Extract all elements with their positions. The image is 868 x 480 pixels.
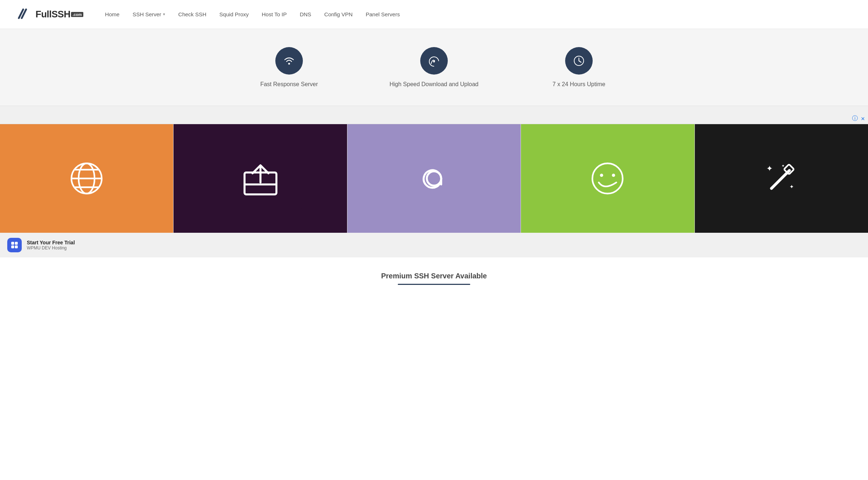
nav-dns[interactable]: DNS: [300, 11, 311, 17]
upload-box-icon: [241, 160, 280, 197]
svg-rect-25: [15, 242, 18, 245]
uptime-icon-circle: [565, 47, 593, 75]
svg-point-17: [600, 174, 604, 177]
feature-fast-response-label: Fast Response Server: [260, 81, 318, 88]
globe-icon: [67, 159, 107, 198]
svg-line-5: [579, 61, 581, 62]
logo-icon: [17, 8, 33, 21]
chevron-down-icon: ▾: [163, 12, 165, 17]
banner-section: ⓘ ✕: [0, 106, 868, 257]
svg-rect-24: [11, 242, 14, 245]
features-section: Fast Response Server High Speed Download…: [0, 29, 868, 106]
feature-high-speed: High Speed Download and Upload: [362, 47, 506, 88]
fast-response-icon-circle: [275, 47, 303, 75]
ad-card-upload[interactable]: [174, 124, 347, 233]
high-speed-icon-circle: [420, 47, 448, 75]
svg-point-16: [593, 163, 623, 194]
nav-home[interactable]: Home: [105, 11, 120, 17]
site-header: FullSSH.com Home SSH Server ▾ Check SSH …: [0, 0, 868, 29]
ad-cards-row: ✦ ✦ ✦: [0, 124, 868, 233]
main-nav: Home SSH Server ▾ Check SSH Squid Proxy …: [105, 11, 400, 17]
premium-title: Premium SSH Server Available: [381, 272, 487, 280]
wpmu-icon: [10, 241, 19, 249]
feature-fast-response: Fast Response Server: [217, 47, 362, 88]
feature-high-speed-label: High Speed Download and Upload: [389, 81, 479, 88]
feature-uptime-label: 7 x 24 Hours Uptime: [552, 81, 605, 88]
svg-text:✦: ✦: [781, 164, 785, 168]
svg-rect-26: [11, 245, 14, 248]
svg-text:✦: ✦: [766, 164, 773, 173]
feature-uptime: 7 x 24 Hours Uptime: [506, 47, 651, 88]
nav-check-ssh[interactable]: Check SSH: [178, 11, 206, 17]
nav-ssh-server[interactable]: SSH Server ▾: [133, 11, 165, 17]
ad-app-icon: [7, 238, 22, 252]
magic-wand-icon: ✦ ✦ ✦: [761, 159, 801, 198]
svg-point-18: [612, 174, 615, 177]
ad-app-text: Start Your Free Trial WPMU DEV Hosting: [27, 240, 75, 250]
svg-point-0: [288, 63, 290, 65]
premium-underline: [398, 284, 470, 285]
ad-info-icons: ⓘ ✕: [852, 115, 865, 122]
premium-section: Premium SSH Server Available: [0, 257, 868, 289]
ad-close-icon[interactable]: ✕: [861, 116, 865, 122]
ad-card-magic[interactable]: ✦ ✦ ✦: [695, 124, 868, 233]
wifi-icon: [283, 54, 296, 67]
ad-bottom-bar: Start Your Free Trial WPMU DEV Hosting: [0, 233, 868, 257]
speedometer-icon: [427, 54, 441, 67]
ad-info-icon[interactable]: ⓘ: [852, 115, 858, 122]
svg-rect-27: [15, 245, 18, 248]
at-sign-icon: [414, 159, 454, 198]
gauge-check-icon: [588, 159, 627, 198]
ad-card-globe[interactable]: [0, 124, 174, 233]
ad-title: Start Your Free Trial: [27, 240, 75, 245]
nav-host-to-ip[interactable]: Host To IP: [262, 11, 287, 17]
ad-subtitle: WPMU DEV Hosting: [27, 245, 75, 250]
logo-com: .com: [71, 12, 83, 17]
ad-card-gauge[interactable]: [521, 124, 694, 233]
nav-config-vpn[interactable]: Config VPN: [324, 11, 352, 17]
svg-text:✦: ✦: [789, 184, 794, 190]
svg-point-2: [433, 61, 435, 63]
clock-icon: [572, 54, 585, 67]
nav-panel-servers[interactable]: Panel Servers: [366, 11, 400, 17]
nav-squid-proxy[interactable]: Squid Proxy: [220, 11, 249, 17]
logo-text: FullSSH: [36, 9, 70, 20]
ad-card-at[interactable]: [347, 124, 521, 233]
logo[interactable]: FullSSH.com: [17, 8, 83, 21]
ad-info-bar: ⓘ ✕: [0, 115, 868, 124]
